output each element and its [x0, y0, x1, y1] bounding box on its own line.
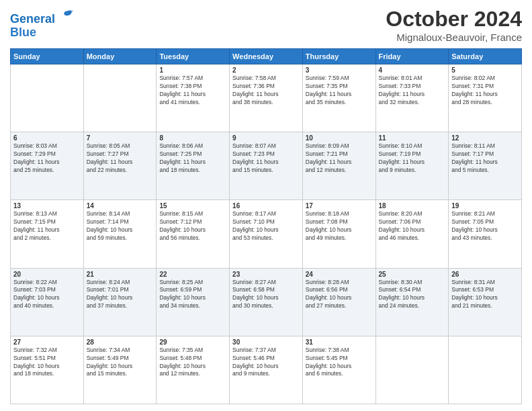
- day-number: 16: [232, 202, 300, 210]
- logo: General Blue: [10, 9, 73, 40]
- day-number: 13: [13, 202, 81, 210]
- day-number: 15: [159, 202, 226, 210]
- header: General Blue October 2024 Mignaloux-Beau…: [10, 7, 522, 43]
- col-wednesday: Wednesday: [230, 49, 303, 64]
- calendar-cell: 15Sunrise: 8:15 AM Sunset: 7:12 PM Dayli…: [157, 200, 230, 268]
- day-detail: Sunrise: 8:25 AM Sunset: 6:59 PM Dayligh…: [159, 279, 226, 311]
- day-number: 6: [13, 134, 81, 142]
- day-number: 31: [306, 338, 373, 346]
- day-detail: Sunrise: 7:32 AM Sunset: 5:51 PM Dayligh…: [13, 347, 81, 379]
- day-number: 1: [159, 66, 226, 74]
- logo-general: General: [10, 12, 55, 26]
- day-detail: Sunrise: 8:20 AM Sunset: 7:06 PM Dayligh…: [379, 210, 446, 242]
- location: Mignaloux-Beauvoir, France: [386, 32, 522, 43]
- calendar-cell: 28Sunrise: 7:34 AM Sunset: 5:49 PM Dayli…: [83, 336, 157, 404]
- calendar-cell: 17Sunrise: 8:18 AM Sunset: 7:08 PM Dayli…: [302, 200, 375, 268]
- day-number: 10: [306, 134, 373, 142]
- day-number: 12: [451, 134, 519, 142]
- title-block: October 2024 Mignaloux-Beauvoir, France: [386, 7, 522, 43]
- day-detail: Sunrise: 8:03 AM Sunset: 7:29 PM Dayligh…: [13, 142, 81, 175]
- calendar-cell: 7Sunrise: 8:05 AM Sunset: 7:27 PM Daylig…: [83, 132, 157, 200]
- calendar-cell: 1Sunrise: 7:57 AM Sunset: 7:38 PM Daylig…: [157, 64, 230, 132]
- day-detail: Sunrise: 8:24 AM Sunset: 7:01 PM Dayligh…: [87, 279, 154, 311]
- day-detail: Sunrise: 8:22 AM Sunset: 7:03 PM Dayligh…: [13, 279, 81, 311]
- day-number: 20: [13, 271, 81, 278]
- day-detail: Sunrise: 8:27 AM Sunset: 6:58 PM Dayligh…: [232, 279, 300, 311]
- day-detail: Sunrise: 8:15 AM Sunset: 7:12 PM Dayligh…: [159, 210, 226, 242]
- calendar-cell: 21Sunrise: 8:24 AM Sunset: 7:01 PM Dayli…: [83, 268, 157, 336]
- col-monday: Monday: [83, 49, 157, 64]
- calendar-cell: 6Sunrise: 8:03 AM Sunset: 7:29 PM Daylig…: [11, 132, 84, 200]
- day-number: 4: [379, 66, 446, 74]
- day-detail: Sunrise: 8:05 AM Sunset: 7:27 PM Dayligh…: [87, 142, 154, 175]
- calendar-cell: 4Sunrise: 8:01 AM Sunset: 7:33 PM Daylig…: [375, 64, 449, 132]
- day-number: 30: [232, 338, 300, 346]
- day-detail: Sunrise: 7:37 AM Sunset: 5:46 PM Dayligh…: [232, 347, 300, 379]
- calendar-cell: 30Sunrise: 7:37 AM Sunset: 5:46 PM Dayli…: [230, 336, 303, 404]
- day-number: 26: [451, 271, 519, 278]
- calendar-cell: 16Sunrise: 8:17 AM Sunset: 7:10 PM Dayli…: [230, 200, 303, 268]
- day-number: 24: [306, 271, 373, 278]
- col-saturday: Saturday: [449, 49, 522, 64]
- calendar-cell: 20Sunrise: 8:22 AM Sunset: 7:03 PM Dayli…: [11, 268, 84, 336]
- day-detail: Sunrise: 8:28 AM Sunset: 6:56 PM Dayligh…: [306, 279, 373, 311]
- col-tuesday: Tuesday: [157, 49, 230, 64]
- header-row: Sunday Monday Tuesday Wednesday Thursday…: [11, 49, 522, 64]
- day-detail: Sunrise: 7:58 AM Sunset: 7:36 PM Dayligh…: [232, 75, 300, 107]
- day-number: 3: [306, 66, 373, 74]
- calendar-cell: 22Sunrise: 8:25 AM Sunset: 6:59 PM Dayli…: [157, 268, 230, 336]
- day-detail: Sunrise: 8:18 AM Sunset: 7:08 PM Dayligh…: [306, 210, 373, 242]
- day-number: 23: [232, 271, 300, 278]
- col-thursday: Thursday: [302, 49, 375, 64]
- calendar-cell: 18Sunrise: 8:20 AM Sunset: 7:06 PM Dayli…: [375, 200, 449, 268]
- calendar-cell: 19Sunrise: 8:21 AM Sunset: 7:05 PM Dayli…: [449, 200, 522, 268]
- calendar-cell: 12Sunrise: 8:11 AM Sunset: 7:17 PM Dayli…: [449, 132, 522, 200]
- calendar-cell: [375, 336, 449, 404]
- day-number: 28: [87, 338, 154, 346]
- calendar-cell: 31Sunrise: 7:38 AM Sunset: 5:45 PM Dayli…: [302, 336, 375, 404]
- calendar-cell: 13Sunrise: 8:13 AM Sunset: 7:15 PM Dayli…: [11, 200, 84, 268]
- calendar-week-5: 27Sunrise: 7:32 AM Sunset: 5:51 PM Dayli…: [11, 336, 522, 404]
- calendar-cell: 5Sunrise: 8:02 AM Sunset: 7:31 PM Daylig…: [449, 64, 522, 132]
- calendar-cell: 3Sunrise: 7:59 AM Sunset: 7:35 PM Daylig…: [302, 64, 375, 132]
- day-detail: Sunrise: 8:31 AM Sunset: 6:53 PM Dayligh…: [451, 279, 519, 311]
- calendar-cell: 14Sunrise: 8:14 AM Sunset: 7:14 PM Dayli…: [83, 200, 157, 268]
- calendar-cell: 23Sunrise: 8:27 AM Sunset: 6:58 PM Dayli…: [230, 268, 303, 336]
- logo-bird-icon: [56, 9, 73, 23]
- page: General Blue October 2024 Mignaloux-Beau…: [0, 0, 532, 411]
- col-sunday: Sunday: [11, 49, 84, 64]
- day-number: 2: [232, 66, 300, 74]
- calendar-cell: 25Sunrise: 8:30 AM Sunset: 6:54 PM Dayli…: [375, 268, 449, 336]
- calendar-cell: 26Sunrise: 8:31 AM Sunset: 6:53 PM Dayli…: [449, 268, 522, 336]
- day-detail: Sunrise: 8:21 AM Sunset: 7:05 PM Dayligh…: [451, 210, 519, 242]
- day-detail: Sunrise: 8:09 AM Sunset: 7:21 PM Dayligh…: [306, 142, 373, 175]
- day-number: 8: [159, 134, 226, 142]
- day-detail: Sunrise: 8:07 AM Sunset: 7:23 PM Dayligh…: [232, 142, 300, 175]
- day-number: 29: [159, 338, 226, 346]
- calendar-week-2: 6Sunrise: 8:03 AM Sunset: 7:29 PM Daylig…: [11, 132, 522, 200]
- day-detail: Sunrise: 8:30 AM Sunset: 6:54 PM Dayligh…: [379, 279, 446, 311]
- calendar-cell: 10Sunrise: 8:09 AM Sunset: 7:21 PM Dayli…: [302, 132, 375, 200]
- logo-text: General Blue: [10, 9, 73, 40]
- day-number: 22: [159, 271, 226, 278]
- day-number: 11: [379, 134, 446, 142]
- calendar-cell: 27Sunrise: 7:32 AM Sunset: 5:51 PM Dayli…: [11, 336, 84, 404]
- day-number: 17: [306, 202, 373, 210]
- calendar-cell: [449, 336, 522, 404]
- day-detail: Sunrise: 7:34 AM Sunset: 5:49 PM Dayligh…: [87, 347, 154, 379]
- col-friday: Friday: [375, 49, 449, 64]
- day-number: 5: [451, 66, 519, 74]
- day-number: 7: [87, 134, 154, 142]
- calendar-cell: 9Sunrise: 8:07 AM Sunset: 7:23 PM Daylig…: [230, 132, 303, 200]
- month-title: October 2024: [386, 7, 522, 32]
- calendar-week-1: 1Sunrise: 7:57 AM Sunset: 7:38 PM Daylig…: [11, 64, 522, 132]
- day-number: 19: [451, 202, 519, 210]
- day-number: 25: [379, 271, 446, 278]
- day-detail: Sunrise: 8:11 AM Sunset: 7:17 PM Dayligh…: [451, 142, 519, 175]
- day-number: 27: [13, 338, 81, 346]
- day-detail: Sunrise: 7:35 AM Sunset: 5:48 PM Dayligh…: [159, 347, 226, 379]
- day-detail: Sunrise: 8:13 AM Sunset: 7:15 PM Dayligh…: [13, 210, 81, 242]
- day-detail: Sunrise: 8:10 AM Sunset: 7:19 PM Dayligh…: [379, 142, 446, 175]
- day-number: 14: [87, 202, 154, 210]
- calendar-table: Sunday Monday Tuesday Wednesday Thursday…: [10, 48, 522, 404]
